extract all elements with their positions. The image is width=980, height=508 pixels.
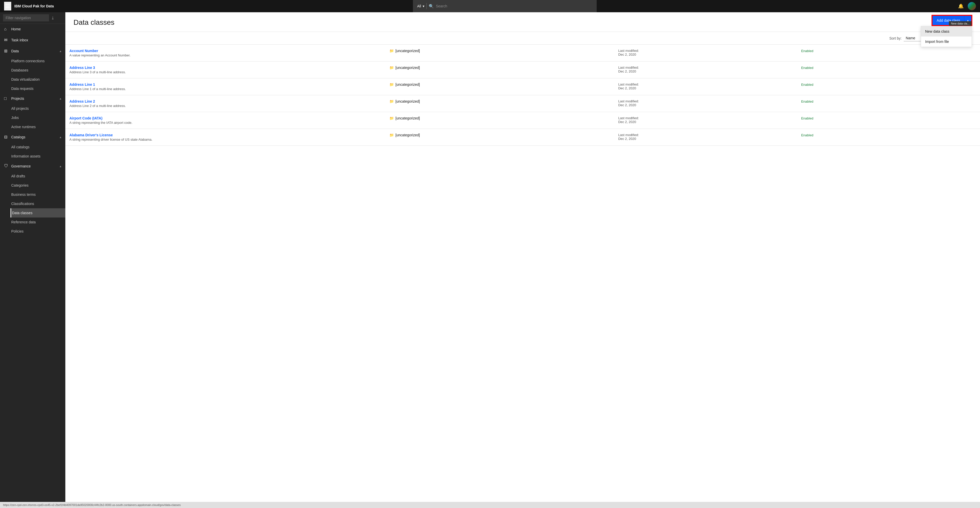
data-class-name-link-4[interactable]: Airport Code (IATA) <box>69 116 381 120</box>
dropdown-item-import-from-file[interactable]: Import from file <box>921 37 972 47</box>
category-folder-icon-4: 📁 <box>390 116 394 120</box>
table-cell-name: Airport Code (IATA) A string representin… <box>65 112 385 129</box>
sidebar-item-all-projects[interactable]: All projects <box>11 104 65 113</box>
modified-label-0: Last modified: Dec 2, 2020 <box>618 49 793 56</box>
sidebar-item-data-requests[interactable]: Data requests <box>11 84 65 93</box>
data-class-name-link-0[interactable]: Account Number <box>69 49 381 53</box>
data-class-name-link-5[interactable]: Alabama Driver's License <box>69 133 381 137</box>
jobs-label: Jobs <box>11 116 19 120</box>
sidebar-item-reference-data[interactable]: Reference data <box>11 218 65 227</box>
table-cell-category-4: 📁 [uncategorized] <box>385 112 614 129</box>
data-class-name-link-2[interactable]: Address Line 1 <box>69 83 381 86</box>
table-cell-status-0: Enabled <box>797 45 980 62</box>
data-class-name-link-3[interactable]: Address Line 2 <box>69 99 381 104</box>
table-cell-name: Account Number A value representing an A… <box>65 45 385 62</box>
user-avatar[interactable] <box>968 2 976 10</box>
sidebar-item-data[interactable]: ⊞ Data <box>0 45 65 56</box>
category-0: 📁 [uncategorized] <box>390 49 610 53</box>
category-folder-icon-3: 📁 <box>390 99 394 104</box>
table-cell-status-1: Enabled <box>797 62 980 78</box>
dropdown-item-new-data-class[interactable]: New data class <box>921 26 972 37</box>
sidebar-item-all-drafts[interactable]: All drafts <box>11 172 65 181</box>
sidebar-item-governance[interactable]: ⛉ Governance <box>0 161 65 172</box>
sidebar-item-jobs[interactable]: Jobs <box>11 113 65 122</box>
sidebar-governance-label: Governance <box>11 164 57 168</box>
toolbar: Sort by: Name ▾ Show: All ▾ Edit ✏ <box>65 32 980 45</box>
platform-connections-label: Platform connections <box>11 59 45 63</box>
status-badge-3: Enabled <box>801 100 813 104</box>
category-label-3: [uncategorized] <box>395 99 420 104</box>
table-cell-status-3: Enabled <box>797 95 980 112</box>
table-cell-status-5: Enabled <box>797 129 980 146</box>
table-row: Account Number A value representing an A… <box>65 45 980 62</box>
search-scope-label: All <box>417 4 421 8</box>
category-label-4: [uncategorized] <box>395 116 420 120</box>
data-requests-label: Data requests <box>11 86 33 91</box>
search-divider <box>426 3 427 9</box>
category-label-1: [uncategorized] <box>395 65 420 70</box>
catalogs-chevron-icon <box>60 135 61 139</box>
data-class-desc-4: A string representing the IATA airport c… <box>69 121 381 124</box>
avatar-inner <box>968 2 976 10</box>
table-cell-modified-4: Last modified: Dec 2, 2020 <box>614 112 797 129</box>
sidebar-item-business-terms[interactable]: Business terms <box>11 190 65 199</box>
table-cell-category-5: 📁 [uncategorized] <box>385 129 614 146</box>
sidebar-item-projects[interactable]: □ Projects <box>0 93 65 104</box>
sidebar-task-inbox-label: Task inbox <box>11 38 61 42</box>
table-cell-modified-1: Last modified: Dec 2, 2020 <box>614 62 797 78</box>
category-5: 📁 [uncategorized] <box>390 133 610 137</box>
statusbar-url: https://zen-cpd-zen.irtorres-cpd3-os45-v… <box>3 503 181 506</box>
search-input[interactable] <box>436 4 593 8</box>
sidebar-item-policies[interactable]: Policies <box>11 227 65 236</box>
sidebar-item-all-catalogs[interactable]: All catalogs <box>11 142 65 151</box>
sidebar-item-data-classes[interactable]: Data classes <box>11 208 65 218</box>
search-scope[interactable]: All ▾ <box>417 4 425 8</box>
sort-by-label: Sort by: <box>889 36 902 40</box>
status-badge-5: Enabled <box>801 133 813 137</box>
modified-label-4: Last modified: Dec 2, 2020 <box>618 116 793 124</box>
information-assets-label: Information assets <box>11 154 40 158</box>
category-folder-icon-1: 📁 <box>390 65 394 70</box>
data-virtualization-label: Data virtualization <box>11 77 40 81</box>
search-bar: All ▾ 🔍 <box>413 0 597 12</box>
business-terms-label: Business terms <box>11 193 36 197</box>
table-row: Address Line 2 Address Line 2 of a multi… <box>65 95 980 112</box>
app-brand: IBM Cloud Pak for Data <box>14 4 54 8</box>
sidebar-item-home[interactable]: ⌂ Home <box>0 24 65 35</box>
sidebar-item-active-runtimes[interactable]: Active runtimes <box>11 122 65 131</box>
classifications-label: Classifications <box>11 202 34 206</box>
all-drafts-label: All drafts <box>11 174 25 178</box>
status-badge-0: Enabled <box>801 49 813 53</box>
category-folder-icon-0: 📁 <box>390 49 394 53</box>
sidebar-item-classifications[interactable]: Classifications <box>11 199 65 208</box>
category-1: 📁 [uncategorized] <box>390 65 610 70</box>
notifications-bell[interactable]: 🔔 <box>956 1 966 11</box>
sidebar-item-categories[interactable]: Categories <box>11 181 65 190</box>
table-cell-modified-0: Last modified: Dec 2, 2020 <box>614 45 797 62</box>
modified-label-2: Last modified: Dec 2, 2020 <box>618 83 793 90</box>
data-class-desc-0: A value representing an Account Number. <box>69 53 381 57</box>
sidebar-item-databases[interactable]: Databases <box>11 65 65 75</box>
hamburger-menu[interactable]: ☰ <box>4 2 11 11</box>
governance-chevron-icon <box>60 164 61 168</box>
data-class-desc-5: A string representing driver license of … <box>69 138 381 142</box>
sidebar-item-catalogs[interactable]: ⊟ Catalogs <box>0 131 65 142</box>
sidebar-collapse-icon[interactable]: ⤓ <box>51 16 54 21</box>
sidebar-item-information-assets[interactable]: Information assets <box>11 151 65 161</box>
sort-by-select[interactable]: Name <box>904 35 921 41</box>
table-cell-category-1: 📁 [uncategorized] <box>385 62 614 78</box>
table-cell-name: Address Line 1 Address Line 1 of a multi… <box>65 78 385 95</box>
projects-icon: □ <box>4 96 8 101</box>
sidebar-item-platform-connections[interactable]: Platform connections <box>11 56 65 65</box>
data-class-name-link-1[interactable]: Address Line 3 <box>69 65 381 70</box>
page-header: Data classes <box>65 12 980 32</box>
import-from-file-item-label: Import from file <box>925 40 949 44</box>
sidebar-filter-input[interactable] <box>3 14 49 21</box>
sidebar-item-task-inbox[interactable]: ✉ Task inbox <box>0 35 65 45</box>
table-row: Address Line 3 Address Line 3 of a multi… <box>65 62 980 78</box>
databases-label: Databases <box>11 68 28 72</box>
sidebar-item-data-virtualization[interactable]: Data virtualization <box>11 75 65 84</box>
category-folder-icon-2: 📁 <box>390 83 394 86</box>
sidebar-catalogs-label: Catalogs <box>11 135 57 139</box>
topnav-right: 🔔 <box>956 1 976 11</box>
